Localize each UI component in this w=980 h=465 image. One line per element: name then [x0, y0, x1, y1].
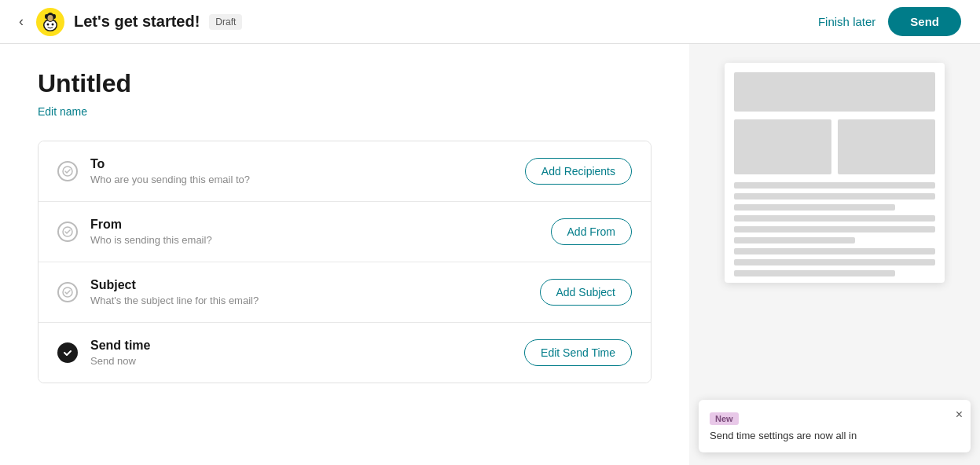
- form-row-from: From Who is sending this email? Add From: [39, 202, 651, 262]
- send-time-sublabel: Send now: [90, 355, 150, 367]
- to-sublabel: Who are you sending this email to?: [90, 174, 250, 185]
- header-right: Finish later Send: [818, 7, 961, 36]
- form-row-from-info: From Who is sending this email?: [90, 218, 212, 246]
- check-icon-from: [57, 222, 78, 242]
- form-row-send-time: Send time Send now Edit Send Time: [39, 323, 651, 383]
- form-row-to-info: To Who are you sending this email to?: [90, 157, 250, 185]
- main-layout: Untitled Edit name To Who are you sendin…: [0, 44, 980, 465]
- check-icon-to: [57, 161, 78, 181]
- preview-col-left: [734, 119, 831, 174]
- form-row-to: To Who are you sending this email to? Ad…: [39, 141, 651, 202]
- to-label: To: [90, 157, 250, 171]
- preview-line-5: [734, 226, 935, 233]
- preview-line-8: [734, 259, 935, 265]
- add-from-button[interactable]: Add From: [551, 218, 632, 245]
- form-row-subject-info: Subject What's the subject line for this…: [90, 278, 259, 306]
- form-row-send-time-left: Send time Send now: [57, 339, 150, 367]
- header-title: Let's get started!: [74, 13, 200, 31]
- svg-point-8: [48, 15, 53, 21]
- form-row-subject: Subject What's the subject line for this…: [39, 262, 651, 323]
- preview-col-right: [838, 119, 935, 174]
- toast-close-button[interactable]: ×: [956, 408, 963, 422]
- subject-sublabel: What's the subject line for this email?: [90, 295, 259, 306]
- check-icon-subject: [57, 282, 78, 302]
- form-row-send-time-info: Send time Send now: [90, 339, 150, 367]
- preview-text-lines: [734, 182, 935, 276]
- form-row-from-left: From Who is sending this email?: [57, 218, 212, 246]
- finish-later-button[interactable]: Finish later: [818, 15, 875, 28]
- preview-two-col: [734, 119, 935, 174]
- svg-point-3: [47, 23, 50, 25]
- preview-header-block: [734, 72, 935, 112]
- form-sections: To Who are you sending this email to? Ad…: [38, 141, 651, 383]
- form-row-subject-left: Subject What's the subject line for this…: [57, 278, 259, 306]
- preview-line-4: [734, 215, 935, 222]
- right-panel: × New Send time settings are now all in: [689, 44, 980, 465]
- send-time-label: Send time: [90, 339, 150, 353]
- preview-line-9: [734, 270, 895, 276]
- check-icon-send-time: [57, 342, 78, 363]
- toast-badge: New: [710, 412, 739, 425]
- mailchimp-logo: [36, 8, 64, 36]
- add-recipients-button[interactable]: Add Recipients: [525, 158, 632, 185]
- preview-line-1: [734, 182, 935, 189]
- from-sublabel: Who is sending this email?: [90, 234, 212, 246]
- edit-name-link[interactable]: Edit name: [38, 105, 87, 118]
- campaign-title: Untitled: [38, 69, 651, 98]
- header-left: ‹ Let's get started! Draft: [19, 8, 242, 36]
- svg-point-6: [45, 14, 48, 19]
- form-row-to-left: To Who are you sending this email to?: [57, 157, 250, 185]
- back-button[interactable]: ‹: [19, 13, 24, 30]
- left-panel: Untitled Edit name To Who are you sendin…: [0, 44, 689, 465]
- edit-send-time-button[interactable]: Edit Send Time: [524, 339, 632, 366]
- from-label: From: [90, 218, 212, 232]
- send-button[interactable]: Send: [888, 7, 961, 36]
- app-header: ‹ Let's get started! Draft Finish later …: [0, 0, 980, 44]
- preview-line-2: [734, 193, 935, 200]
- email-preview: [725, 63, 945, 283]
- toast-notification: × New Send time settings are now all in: [699, 400, 971, 452]
- add-subject-button[interactable]: Add Subject: [540, 279, 633, 306]
- svg-point-7: [53, 14, 56, 19]
- toast-text: Send time settings are now all in: [710, 430, 942, 441]
- preview-line-3: [734, 204, 895, 211]
- preview-line-6: [734, 237, 855, 243]
- svg-point-4: [52, 23, 54, 25]
- subject-label: Subject: [90, 278, 259, 292]
- draft-badge: Draft: [209, 14, 242, 30]
- preview-line-7: [734, 248, 935, 254]
